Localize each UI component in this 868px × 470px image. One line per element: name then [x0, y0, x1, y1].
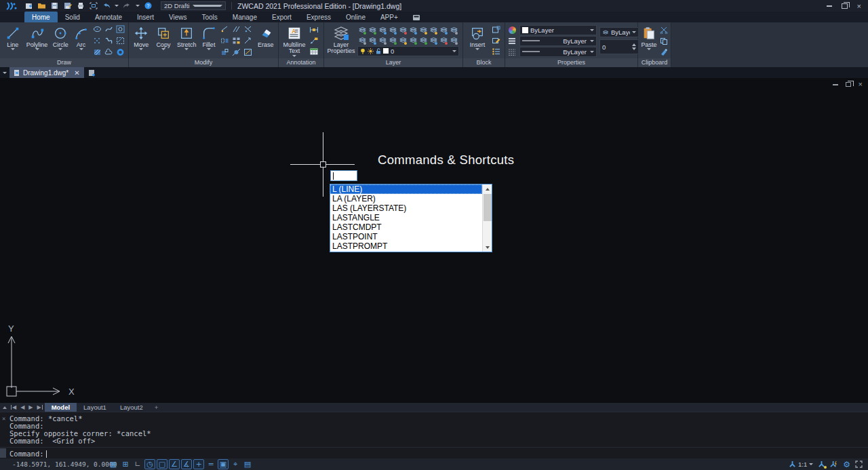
angle-snap-icon[interactable]: ∠ — [169, 459, 180, 469]
tab-tools[interactable]: Tools — [195, 12, 225, 22]
layer-tool-icon[interactable] — [439, 36, 448, 45]
doc-tab-close-icon[interactable]: ✕ — [74, 69, 79, 77]
tab-layout2[interactable]: Layout2 — [113, 403, 150, 412]
tab-insert[interactable]: Insert — [130, 12, 161, 22]
ortho-toggle-icon[interactable]: ∟ — [132, 459, 143, 469]
ribbon-collapse-icon[interactable] — [412, 14, 420, 21]
layer-tool-icon[interactable] — [368, 26, 377, 35]
auto-scale-icon[interactable] — [830, 461, 838, 468]
tab-online[interactable]: Online — [338, 12, 373, 22]
join-icon[interactable] — [232, 48, 241, 57]
tab-manage[interactable]: Manage — [225, 12, 264, 22]
tab-solid[interactable]: Solid — [58, 12, 87, 22]
scrollbar-thumb[interactable] — [484, 194, 492, 221]
command-prompt[interactable]: Command: — [9, 450, 47, 458]
circle-button[interactable]: Circle — [50, 24, 71, 58]
layer-tool-icon[interactable] — [378, 36, 387, 45]
scroll-up-icon[interactable] — [483, 184, 492, 193]
linetype-combo[interactable]: ByLayer — [519, 47, 597, 57]
trim-icon[interactable] — [243, 25, 253, 34]
plot-preview-icon[interactable] — [89, 2, 98, 10]
layer-tool-icon[interactable] — [357, 36, 367, 45]
point-icon[interactable] — [93, 37, 102, 45]
tab-layout1[interactable]: Layout1 — [77, 403, 113, 412]
dynamic-input-toggle-icon[interactable]: + — [193, 459, 204, 469]
save-as-icon[interactable] — [63, 2, 72, 10]
coordinates-readout[interactable]: -148.5971, 161.4949, 0.0000 — [0, 461, 107, 468]
create-block-icon[interactable] — [491, 26, 500, 35]
spline-cv-icon[interactable] — [104, 37, 114, 45]
layer-tool-icon[interactable] — [368, 36, 377, 45]
layer-tool-icon[interactable] — [418, 26, 428, 35]
hatch-pattern-icon[interactable] — [116, 37, 125, 45]
help-icon[interactable]: ? — [144, 2, 153, 10]
region-icon[interactable] — [116, 25, 125, 34]
annotation-monitor-icon[interactable]: ▤ — [242, 459, 253, 469]
restore-button[interactable] — [842, 3, 848, 9]
selection-cycling-icon[interactable]: ⌖ — [230, 459, 241, 469]
print-icon[interactable] — [76, 2, 85, 10]
autocomplete-item[interactable]: LAS (LAYERSTATE) — [330, 203, 482, 213]
layer-tool-icon[interactable] — [398, 36, 408, 45]
donut-icon[interactable] — [116, 48, 125, 57]
redo-icon[interactable] — [123, 2, 132, 10]
undo-dropdown-icon[interactable] — [115, 5, 119, 7]
layer-tool-icon[interactable] — [398, 26, 408, 35]
tab-home[interactable]: Home — [24, 12, 58, 22]
layer-tool-icon[interactable] — [378, 26, 387, 35]
multiline-text-button[interactable]: A Multiline Text — [281, 24, 308, 58]
layer-tool-icon[interactable] — [357, 26, 367, 35]
redo-dropdown-icon[interactable] — [136, 5, 140, 7]
lineweight-display-icon[interactable]: ═ — [205, 459, 216, 469]
rotate-icon[interactable] — [220, 25, 230, 34]
autocomplete-item[interactable]: LASTPOINT — [330, 232, 482, 241]
layer-properties-button[interactable]: Layer Properties — [326, 24, 356, 58]
copy-clip-icon[interactable] — [659, 37, 669, 45]
doc-close-icon[interactable]: × — [859, 81, 863, 87]
command-close-icon[interactable]: ✕ — [2, 415, 5, 422]
tab-express[interactable]: Express — [299, 12, 338, 22]
undo-icon[interactable] — [102, 2, 111, 10]
ellipse-icon[interactable] — [93, 25, 102, 34]
plot-style-combo[interactable]: ByLayer — [599, 27, 639, 37]
layer-tool-icon[interactable] — [449, 26, 458, 35]
autocomplete-scrollbar[interactable] — [482, 184, 492, 252]
dynamic-input-field[interactable] — [330, 170, 357, 181]
layer-tool-icon[interactable] — [388, 26, 397, 35]
grid-toggle-icon[interactable]: ▦ — [108, 459, 119, 469]
move-button[interactable]: Move — [131, 24, 152, 58]
new-drawing-tab-icon[interactable] — [88, 69, 96, 77]
layer-tool-icon[interactable] — [418, 36, 428, 45]
prev-tab-icon[interactable]: ◀ — [20, 404, 24, 410]
drawing-canvas[interactable]: × Commands & Shortcuts L (LINE) LA (LAYE… — [0, 78, 868, 403]
match-properties-icon[interactable] — [659, 47, 669, 56]
save-icon[interactable] — [50, 2, 59, 10]
scale-icon[interactable] — [243, 37, 253, 45]
layer-tool-icon[interactable] — [439, 26, 448, 35]
stretch-button[interactable]: Stretch — [175, 24, 198, 58]
color-combo[interactable]: ByLayer — [519, 25, 597, 35]
paste-button[interactable]: Paste — [640, 24, 658, 58]
settings-gear-icon[interactable]: ⚙ — [843, 460, 850, 469]
new-file-icon[interactable] — [24, 2, 33, 10]
tab-export[interactable]: Export — [264, 12, 299, 22]
line-button[interactable]: Line — [2, 24, 24, 58]
offset-icon[interactable] — [232, 25, 241, 34]
edit-block-icon[interactable] — [491, 37, 500, 45]
array-icon[interactable] — [232, 37, 241, 45]
tab-app-plus[interactable]: APP+ — [373, 12, 406, 22]
doc-tab-drawing1[interactable]: Drawing1.dwg* ✕ — [9, 67, 84, 78]
hatch-icon[interactable] — [93, 48, 102, 57]
block-attributes-icon[interactable] — [491, 47, 500, 56]
lineweight-tool-icon[interactable] — [507, 37, 517, 45]
tab-views[interactable]: Views — [161, 12, 195, 22]
spline-icon[interactable] — [104, 25, 114, 34]
layer-tool-icon[interactable] — [408, 36, 418, 45]
layer-select-combo[interactable]: 0 — [357, 46, 459, 56]
dimension-icon[interactable] — [309, 26, 319, 35]
command-resize-grip[interactable] — [0, 448, 6, 458]
linetype-tool-icon[interactable] — [507, 47, 517, 56]
workspace-select[interactable]: 2D Drafting & Annotati — [161, 1, 226, 10]
tab-annotate[interactable]: Annotate — [87, 12, 130, 22]
snap-toggle-icon[interactable]: ⊞ — [120, 459, 131, 469]
